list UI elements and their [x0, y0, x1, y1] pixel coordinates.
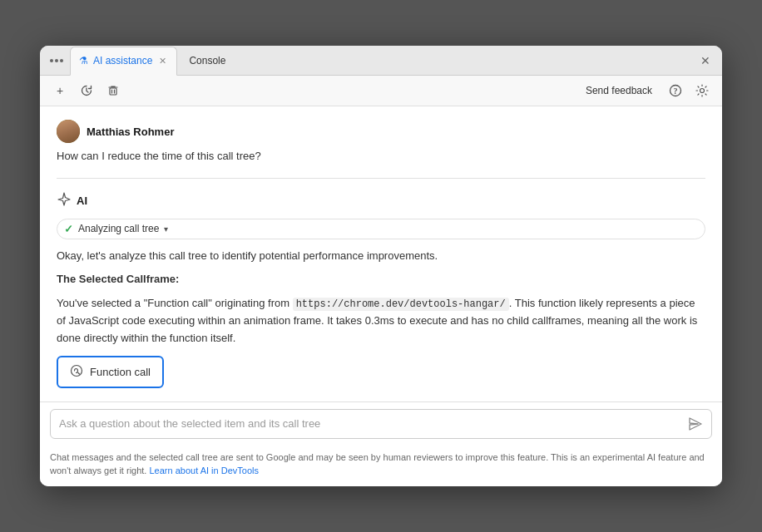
send-button[interactable]	[688, 416, 703, 431]
function-call-chip[interactable]: Function call	[57, 356, 164, 388]
svg-point-3	[700, 89, 705, 93]
flask-icon: ⚗	[79, 55, 88, 66]
send-feedback-button[interactable]: Send feedback	[579, 81, 659, 100]
user-section: Matthias Rohmer How can I reduce the tim…	[57, 120, 705, 165]
help-button[interactable]: ?	[666, 81, 685, 101]
chevron-down-icon: ▾	[164, 224, 168, 234]
analyzing-pill[interactable]: ✓ Analyzing call tree ▾	[57, 219, 705, 239]
history-button[interactable]	[77, 81, 96, 101]
user-message: How can I reduce the time of this call t…	[57, 148, 705, 165]
user-name: Matthias Rohmer	[87, 126, 174, 138]
url-code: https://chrome.dev/devtools-hangar/	[293, 298, 509, 311]
disclaimer-text: Chat messages and the selected call tree…	[50, 452, 705, 476]
add-button[interactable]: +	[50, 81, 70, 101]
function-call-icon	[70, 364, 83, 380]
close-window-button[interactable]: ✕	[695, 51, 715, 71]
question-input[interactable]	[59, 417, 681, 430]
svg-rect-0	[110, 88, 116, 95]
svg-text:?: ?	[674, 86, 678, 96]
ai-label: AI	[77, 195, 87, 207]
disclaimer: Chat messages and the selected call tree…	[40, 446, 722, 486]
analyzing-label: Analyzing call tree	[78, 223, 159, 234]
check-icon: ✓	[64, 223, 73, 235]
ai-response-intro: Okay, let's analyze this call tree to id…	[57, 248, 705, 265]
toolbar: + Send feedback ?	[40, 76, 722, 106]
tab-ai-assistance[interactable]: ⚗ AI assistance ✕	[70, 47, 177, 76]
avatar-image	[57, 120, 80, 143]
tab-ai-assistance-close[interactable]: ✕	[157, 56, 168, 66]
delete-button[interactable]	[103, 81, 123, 101]
ai-section: AI ✓ Analyzing call tree ▾ Okay, let's a…	[57, 192, 705, 388]
section-divider	[57, 178, 705, 179]
avatar	[57, 120, 80, 143]
input-row	[50, 409, 712, 439]
content-area: Matthias Rohmer How can I reduce the tim…	[40, 106, 722, 401]
tab-console-label: Console	[189, 55, 225, 66]
learn-more-link[interactable]: Learn about AI in DevTools	[150, 466, 259, 475]
tab-bar: ⚗ AI assistance ✕ Console ✕	[40, 46, 722, 76]
settings-button[interactable]	[692, 81, 712, 101]
input-area	[40, 401, 722, 446]
function-call-label: Function call	[90, 366, 151, 378]
ai-sparkle-icon	[57, 192, 72, 210]
ai-selected-callframe-title: The Selected Callframe:	[57, 271, 705, 288]
ai-response-body: You've selected a "Function call" origin…	[57, 295, 705, 347]
ai-header: AI	[57, 192, 705, 210]
tab-ai-assistance-label: AI assistance	[93, 55, 152, 66]
tab-console[interactable]: Console	[181, 46, 234, 75]
devtools-window: ⚗ AI assistance ✕ Console ✕ +	[40, 46, 722, 486]
tab-menu-button[interactable]	[47, 59, 67, 62]
ai-response: Okay, let's analyze this call tree to id…	[57, 248, 705, 347]
svg-point-4	[72, 365, 82, 376]
user-header: Matthias Rohmer	[57, 120, 705, 143]
